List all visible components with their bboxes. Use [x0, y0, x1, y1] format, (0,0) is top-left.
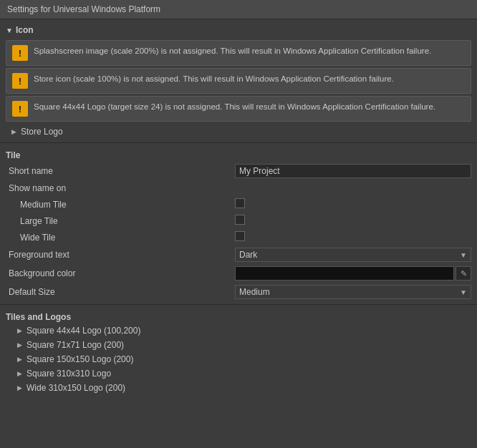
icon-section-label: Icon: [16, 25, 34, 35]
logo-item-0-text: Square 44x44 Logo (100,200): [26, 326, 140, 336]
tile-section-label: Tile: [0, 146, 477, 162]
foreground-text-dropdown[interactable]: Dark ▼: [235, 248, 471, 262]
foreground-text-label: Foreground text: [6, 250, 235, 260]
foreground-text-row: Foreground text Dark ▼: [0, 245, 477, 264]
background-color-edit-button[interactable]: ✎: [456, 266, 471, 281]
warning-text-2: Store icon (scale 100%) is not assigned.…: [34, 73, 394, 84]
warning-icon-2: !: [12, 73, 28, 89]
foreground-text-value: Dark: [239, 250, 257, 260]
background-color-label: Background color: [6, 268, 235, 278]
wide-tile-row: Wide Tile: [0, 229, 477, 245]
default-size-control: Medium ▼: [235, 285, 471, 299]
show-name-on-label: Show name on: [6, 183, 235, 193]
default-size-value: Medium: [239, 287, 270, 297]
medium-tile-label: Medium Tile: [6, 200, 235, 210]
wide-tile-label: Wide Tile: [6, 233, 235, 243]
large-tile-label: Large Tile: [6, 216, 235, 226]
logo-item-2-arrow: ▶: [17, 356, 22, 363]
warning-1: ! Splashscreen image (scale 200%) is not…: [6, 40, 471, 66]
background-color-row: Background color ✎: [0, 264, 477, 283]
logo-item-0-arrow: ▶: [17, 327, 22, 334]
pencil-icon: ✎: [461, 269, 467, 278]
short-name-control: [235, 164, 471, 178]
foreground-text-control: Dark ▼: [235, 248, 471, 262]
logo-item-2[interactable]: ▶ Square 150x150 Logo (200): [0, 352, 477, 366]
logo-item-3[interactable]: ▶ Square 310x310 Logo: [0, 366, 477, 381]
warning-text-1: Splashscreen image (scale 200%) is not a…: [34, 45, 431, 57]
short-name-label: Short name: [6, 166, 235, 176]
settings-content: ▼ Icon ! Splashscreen image (scale 200%)…: [0, 19, 477, 398]
default-size-chevron: ▼: [460, 288, 467, 296]
logo-item-0[interactable]: ▶ Square 44x44 Logo (100,200): [0, 323, 477, 338]
short-name-row: Short name: [0, 162, 477, 180]
logo-item-2-text: Square 150x150 Logo (200): [26, 354, 133, 364]
default-size-dropdown[interactable]: Medium ▼: [235, 285, 471, 299]
divider-2: [0, 304, 477, 305]
store-logo-label: Store Logo: [21, 127, 63, 137]
default-size-row: Default Size Medium ▼: [0, 283, 477, 301]
logo-item-1-arrow: ▶: [17, 341, 22, 349]
title-bar: Settings for Universal Windows Platform: [0, 0, 477, 19]
warning-icon-3: !: [12, 101, 28, 117]
store-logo-arrow: ▶: [11, 128, 16, 135]
logo-item-4-text: Wide 310x150 Logo (200): [26, 383, 125, 393]
logo-item-3-arrow: ▶: [17, 370, 22, 377]
large-tile-checkbox[interactable]: [235, 215, 245, 225]
logo-item-1[interactable]: ▶ Square 71x71 Logo (200): [0, 338, 477, 352]
medium-tile-row: Medium Tile: [0, 196, 477, 213]
default-size-label: Default Size: [6, 287, 235, 297]
medium-tile-checkbox[interactable]: [235, 198, 245, 208]
logo-item-1-text: Square 71x71 Logo (200): [26, 340, 124, 350]
divider-1: [0, 142, 477, 143]
short-name-input[interactable]: [235, 164, 471, 178]
warning-3: ! Square 44x44 Logo (target size 24) is …: [6, 96, 471, 122]
wide-tile-control: [235, 231, 471, 243]
warning-icon-1: !: [12, 45, 28, 61]
background-color-swatch[interactable]: [235, 266, 454, 281]
foreground-text-chevron: ▼: [460, 251, 467, 259]
medium-tile-control: [235, 198, 471, 210]
icon-section-arrow: ▼: [6, 26, 13, 34]
logo-item-4[interactable]: ▶ Wide 310x150 Logo (200): [0, 381, 477, 395]
wide-tile-checkbox[interactable]: [235, 231, 245, 241]
warning-2: ! Store icon (scale 100%) is not assigne…: [6, 68, 471, 94]
show-name-on-row: Show name on: [0, 180, 477, 196]
title-text: Settings for Universal Windows Platform: [7, 4, 160, 14]
icon-section-header[interactable]: ▼ Icon: [0, 22, 477, 38]
warning-text-3: Square 44x44 Logo (target size 24) is no…: [34, 101, 435, 112]
tiles-logos-label: Tiles and Logos: [0, 308, 477, 323]
store-logo-header[interactable]: ▶ Store Logo: [0, 124, 477, 140]
large-tile-row: Large Tile: [0, 213, 477, 229]
background-color-control: ✎: [235, 266, 471, 281]
logo-item-3-text: Square 310x310 Logo: [26, 369, 111, 379]
logo-item-4-arrow: ▶: [17, 384, 22, 391]
large-tile-control: [235, 215, 471, 227]
